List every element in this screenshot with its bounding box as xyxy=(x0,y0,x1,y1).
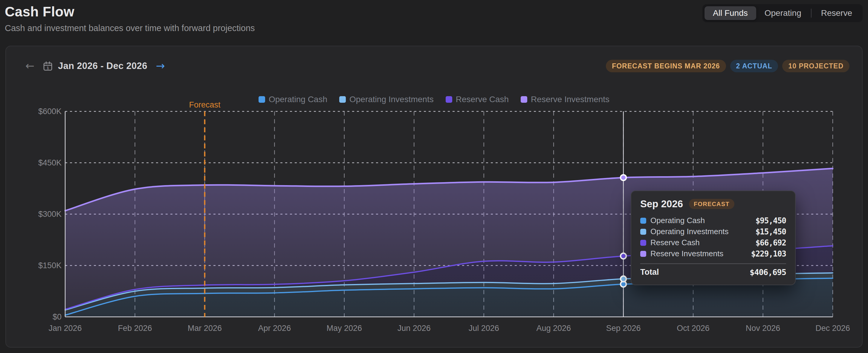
tooltip-row-operating-cash: Operating Cash$95,450 xyxy=(640,215,786,226)
tooltip-swatch xyxy=(640,240,646,246)
tooltip-row-reserve-cash: Reserve Cash$66,692 xyxy=(640,237,786,248)
forecast-line-label: Forecast xyxy=(189,100,220,109)
tooltip-swatch xyxy=(640,229,646,235)
legend-item-operating-cash[interactable]: Operating Cash xyxy=(258,95,327,104)
legend-label: Reserve Investments xyxy=(531,95,610,104)
chart-legend: Operating CashOperating InvestmentsReser… xyxy=(6,95,862,104)
tab-reserve[interactable]: Reserve xyxy=(813,6,861,20)
legend-swatch-reserve-cash xyxy=(446,96,452,103)
status-badges: FORECAST BEGINS MAR 20262 ACTUAL10 PROJE… xyxy=(606,60,849,72)
tab-all-funds[interactable]: All Funds xyxy=(705,6,756,20)
date-range-nav: ← 1 Jan 2026 - Dec 2026 → xyxy=(23,59,168,73)
tooltip-row-value: $66,692 xyxy=(755,238,786,247)
projected-count-badge: 10 PROJECTED xyxy=(782,60,849,72)
prev-range-button[interactable]: ← xyxy=(23,59,37,73)
legend-swatch-operating-investments xyxy=(339,96,346,103)
legend-item-operating-investments[interactable]: Operating Investments xyxy=(339,95,434,104)
page-subtitle: Cash and investment balances over time w… xyxy=(5,23,863,33)
tooltip-row-value: $15,450 xyxy=(755,227,786,236)
tooltip-row-label: Operating Investments xyxy=(650,227,729,236)
tooltip-total-row: Total $406,695 xyxy=(640,267,786,277)
tooltip-total-label: Total xyxy=(640,267,659,277)
date-range-label: Jan 2026 - Dec 2026 xyxy=(58,61,147,71)
page-header: Cash Flow Cash and investment balances o… xyxy=(5,4,863,42)
tooltip-swatch xyxy=(640,251,646,257)
chart-tooltip: Sep 2026 FORECAST Operating Cash$95,450O… xyxy=(631,191,796,285)
calendar-icon[interactable]: 1 xyxy=(42,61,53,71)
tooltip-row-value: $95,450 xyxy=(755,216,786,225)
tooltip-row-operating-investments: Operating Investments$15,450 xyxy=(640,226,786,237)
tooltip-header: Sep 2026 FORECAST xyxy=(640,198,786,210)
tooltip-rows: Operating Cash$95,450Operating Investmen… xyxy=(640,215,786,259)
forecast-begins-badge: FORECAST BEGINS MAR 2026 xyxy=(606,60,726,72)
tooltip-row-value: $229,103 xyxy=(751,249,786,258)
tooltip-row-label: Operating Cash xyxy=(650,216,705,225)
tab-operating[interactable]: Operating xyxy=(756,6,810,20)
legend-item-reserve-cash[interactable]: Reserve Cash xyxy=(446,95,509,104)
tab-divider xyxy=(811,9,811,18)
legend-item-reserve-investments[interactable]: Reserve Investments xyxy=(521,95,610,104)
legend-label: Operating Cash xyxy=(269,95,327,104)
actual-count-badge: 2 ACTUAL xyxy=(730,60,778,72)
tooltip-total-value: $406,695 xyxy=(750,267,786,277)
legend-swatch-operating-cash xyxy=(258,96,265,103)
tooltip-forecast-badge: FORECAST xyxy=(689,199,734,209)
tooltip-row-reserve-investments: Reserve Investments$229,103 xyxy=(640,248,786,259)
tooltip-title: Sep 2026 xyxy=(640,198,683,210)
legend-label: Reserve Cash xyxy=(456,95,509,104)
card-toolbar: ← 1 Jan 2026 - Dec 2026 → FORECAST BEGIN… xyxy=(23,58,849,74)
tooltip-divider xyxy=(640,263,786,264)
tooltip-swatch xyxy=(640,218,646,224)
fund-filter-tabs: All FundsOperatingReserve xyxy=(703,4,863,22)
legend-label: Operating Investments xyxy=(349,95,434,104)
svg-text:1: 1 xyxy=(46,66,49,70)
tooltip-row-label: Reserve Cash xyxy=(650,238,700,247)
next-range-button[interactable]: → xyxy=(153,59,168,73)
tooltip-row-label: Reserve Investments xyxy=(650,249,723,258)
legend-swatch-reserve-investments xyxy=(521,96,527,103)
